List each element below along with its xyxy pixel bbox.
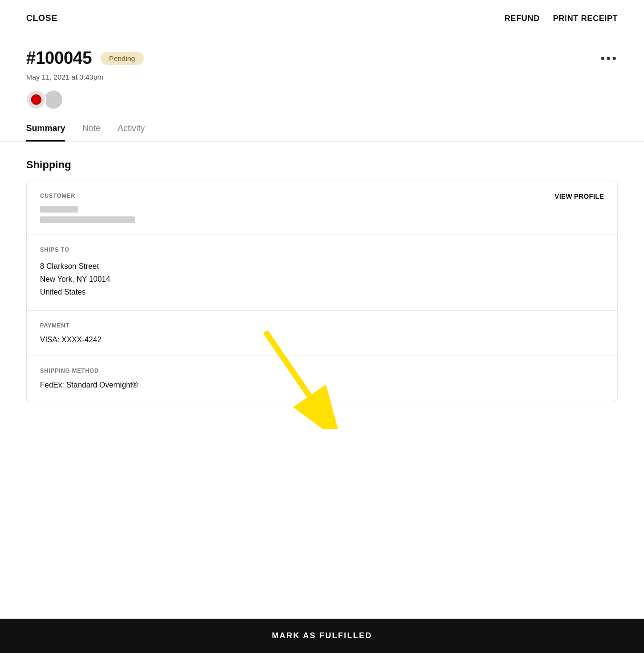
tab-summary[interactable]: Summary bbox=[26, 123, 65, 142]
top-nav-actions: REFUND PRINT RECEIPT bbox=[504, 14, 618, 23]
customer-email-blurred bbox=[40, 216, 135, 223]
view-profile-button[interactable]: VIEW PROFILE bbox=[554, 193, 604, 200]
tabs-container: Summary Note Activity bbox=[0, 123, 644, 142]
shipping-address: 8 Clarkson Street New York, NY 10014 Uni… bbox=[40, 260, 604, 299]
mark-as-fulfilled-button[interactable]: MARK AS FULFILLED bbox=[0, 619, 644, 653]
shipping-card: CUSTOMER VIEW PROFILE SHIPS TO 8 Clarkso… bbox=[26, 181, 618, 401]
shipping-method-section: SHIPPING METHOD FedEx: Standard Overnigh… bbox=[27, 356, 617, 401]
customer-name-blurred bbox=[40, 206, 78, 213]
avatar-row bbox=[26, 90, 618, 110]
print-receipt-button[interactable]: PRINT RECEIPT bbox=[553, 14, 618, 23]
address-line-1: 8 Clarkson Street bbox=[40, 260, 604, 273]
payment-value: VISA: XXXX-4242 bbox=[40, 336, 604, 344]
avatar-secondary bbox=[43, 90, 63, 110]
order-title-left: #100045 Pending bbox=[26, 48, 144, 68]
customer-section: CUSTOMER VIEW PROFILE bbox=[27, 181, 617, 235]
shipping-method-value: FedEx: Standard Overnight® bbox=[40, 381, 604, 389]
close-button[interactable]: CLOSE bbox=[26, 13, 58, 23]
customer-label: CUSTOMER bbox=[40, 193, 75, 199]
order-header: #100045 Pending ••• May 11, 2021 at 3:43… bbox=[0, 33, 644, 110]
tab-activity[interactable]: Activity bbox=[118, 123, 145, 142]
ships-to-label: SHIPS TO bbox=[40, 246, 604, 253]
refund-button[interactable]: REFUND bbox=[504, 14, 540, 23]
shipping-method-label: SHIPPING METHOD bbox=[40, 367, 604, 374]
order-number: #100045 bbox=[26, 48, 92, 68]
main-content: Shipping CUSTOMER VIEW PROFILE SHIPS TO … bbox=[0, 142, 644, 459]
tab-note[interactable]: Note bbox=[82, 123, 101, 142]
status-badge: Pending bbox=[101, 52, 144, 65]
customer-header: CUSTOMER VIEW PROFILE bbox=[40, 193, 604, 206]
more-options-button[interactable]: ••• bbox=[601, 51, 618, 66]
top-navigation: CLOSE REFUND PRINT RECEIPT bbox=[0, 0, 644, 33]
payment-section: PAYMENT VISA: XXXX-4242 bbox=[27, 311, 617, 356]
address-line-2: New York, NY 10014 bbox=[40, 273, 604, 286]
address-line-3: United States bbox=[40, 286, 604, 298]
order-date: May 11, 2021 at 3:43pm bbox=[26, 73, 618, 81]
avatar bbox=[26, 90, 46, 110]
shipping-section-title: Shipping bbox=[26, 159, 618, 171]
payment-label: PAYMENT bbox=[40, 322, 604, 329]
ships-to-section: SHIPS TO 8 Clarkson Street New York, NY … bbox=[27, 235, 617, 311]
order-title-row: #100045 Pending ••• bbox=[26, 48, 618, 68]
